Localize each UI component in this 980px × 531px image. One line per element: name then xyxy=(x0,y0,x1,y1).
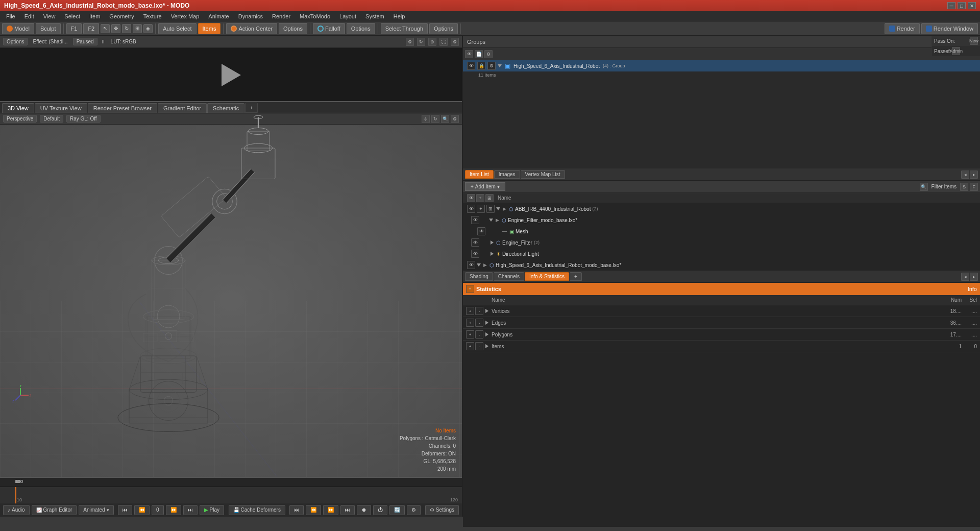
media-ctrl-5[interactable]: ⏺ xyxy=(357,505,371,515)
stats-content[interactable]: + - Vertices 18.... .... + - Edges xyxy=(463,305,980,527)
item-abb-irb[interactable]: 👁 + ⊞ ▶ ⬡ ABB_IRB_4400_Industrial_Robot … xyxy=(463,203,980,214)
preview-options-button[interactable]: Options xyxy=(3,38,28,45)
tool-icon-5[interactable]: ◈ xyxy=(143,24,153,33)
item-list-s-btn[interactable]: S xyxy=(960,183,968,191)
timeline-track[interactable]: -10 120 xyxy=(0,487,462,503)
paused-button[interactable]: Paused xyxy=(73,38,97,45)
item-expand-9[interactable] xyxy=(491,252,494,256)
vp-icon-settings[interactable]: ⚙ xyxy=(451,115,459,123)
window-controls[interactable]: ─ □ ✕ xyxy=(947,2,976,9)
item-expand-2[interactable]: ▶ xyxy=(503,206,506,211)
tab-uv-texture[interactable]: UV Texture View xyxy=(35,103,87,113)
vp-icon-refresh[interactable]: ↻ xyxy=(431,115,439,123)
group-item-robot[interactable]: 👁 🔒 ⚙ ▣ High_Speed_6_Axis_Industrial_Rob… xyxy=(463,60,980,71)
f1-button[interactable]: F1 xyxy=(66,23,82,34)
render-window-button[interactable]: Render Window xyxy=(921,23,978,34)
f2-button[interactable]: F2 xyxy=(83,23,99,34)
tab-shading[interactable]: Shading xyxy=(465,272,493,281)
item-col-ref[interactable]: ⊞ xyxy=(485,194,494,202)
options-button-1[interactable]: Options xyxy=(279,23,307,34)
menu-file[interactable]: File xyxy=(2,12,19,20)
tab-3d-view[interactable]: 3D View xyxy=(2,103,34,113)
stats-sub-2[interactable]: - xyxy=(475,319,483,327)
tool-icon-3[interactable]: ↻ xyxy=(122,24,131,33)
transport-next[interactable]: ⏩ xyxy=(166,505,181,515)
items-button[interactable]: Items xyxy=(198,23,221,34)
item-expand-4[interactable]: ▶ xyxy=(496,218,499,223)
action-center-button[interactable]: Action Center xyxy=(226,23,277,34)
transport-start[interactable]: ⏮ xyxy=(118,505,132,515)
item-dir-light[interactable]: 👁 ☀ Directional Light xyxy=(463,248,980,259)
media-ctrl-8[interactable]: ⚙ xyxy=(407,505,421,515)
close-button[interactable]: ✕ xyxy=(968,2,976,9)
menu-help[interactable]: Help xyxy=(389,12,409,20)
item-hs-robot-base[interactable]: 👁 ▶ ⬡ High_Speed_6_Axis_Industrial_Robot… xyxy=(463,259,980,271)
preview-icon-settings[interactable]: ⚙ xyxy=(406,38,414,46)
item-vis-4[interactable]: 👁 xyxy=(471,238,479,247)
stats-expand-left[interactable]: ◂ xyxy=(961,273,969,281)
tab-schematic[interactable]: Schematic xyxy=(207,103,244,113)
tab-vertex-map[interactable]: Vertex Map List xyxy=(521,170,565,179)
render-button[interactable]: Render xyxy=(885,23,920,34)
menu-system[interactable]: System xyxy=(361,12,388,20)
options-button-2[interactable]: Options xyxy=(347,23,375,34)
play-button-bottom[interactable]: ▶ Play xyxy=(200,505,224,515)
media-ctrl-6[interactable]: ⏻ xyxy=(373,505,387,515)
item-vis-5[interactable]: 👁 xyxy=(471,250,479,258)
item-list-expand-right[interactable]: ▸ xyxy=(970,171,978,179)
tab-render-preset[interactable]: Render Preset Browser xyxy=(88,103,157,113)
menu-dynamics[interactable]: Dynamics xyxy=(234,12,267,20)
item-list-expand-left[interactable]: ◂ xyxy=(961,171,969,179)
menu-geometry[interactable]: Geometry xyxy=(105,12,138,20)
item-engine-filter-base[interactable]: 👁 ▶ ⬡ Engine_Filter_modo_base.lxo* xyxy=(463,214,980,226)
stats-row-edges[interactable]: + - Edges 36.... .... xyxy=(463,317,980,329)
add-item-button[interactable]: + Add Item ▾ xyxy=(465,182,505,191)
group-visibility[interactable]: 👁 xyxy=(467,62,475,70)
item-plus-1[interactable]: + xyxy=(477,205,485,213)
groups-list[interactable]: 👁 🔒 ⚙ ▣ High_Speed_6_Axis_Industrial_Rob… xyxy=(463,60,980,168)
tab-gradient-editor[interactable]: Gradient Editor xyxy=(158,103,207,113)
stats-expand-vertices[interactable] xyxy=(485,309,488,313)
timeline-playhead[interactable] xyxy=(15,487,16,503)
menu-edit[interactable]: Edit xyxy=(20,12,38,20)
item-vis-3[interactable]: 👁 xyxy=(477,227,485,235)
menu-layout[interactable]: Layout xyxy=(335,12,360,20)
item-vis-6[interactable]: 👁 xyxy=(467,261,475,269)
group-expand-icon[interactable] xyxy=(498,64,502,67)
model-button[interactable]: Model xyxy=(2,23,34,34)
stats-expand-items[interactable] xyxy=(485,344,488,348)
select-through-button[interactable]: Select Through xyxy=(381,23,428,34)
menu-select[interactable]: Select xyxy=(60,12,84,20)
stats-expand-polygons[interactable] xyxy=(485,332,488,336)
settings-button[interactable]: ⚙ Settings xyxy=(425,505,459,515)
pass-on-new-button[interactable]: New xyxy=(970,37,978,45)
group-settings[interactable]: ⚙ xyxy=(487,62,496,70)
menu-vertex-map[interactable]: Vertex Map xyxy=(167,12,204,20)
graph-editor-button[interactable]: 📈 Graph Editor xyxy=(32,505,77,515)
tab-stats-add[interactable]: + xyxy=(570,272,582,281)
groups-icon-2[interactable]: 📄 xyxy=(475,50,483,58)
stats-vis-2[interactable]: + xyxy=(466,319,474,327)
stats-sub-1[interactable]: - xyxy=(475,307,483,315)
frame-field[interactable]: 0 xyxy=(152,505,164,515)
filter-items-icon[interactable]: 🔍 xyxy=(920,183,928,191)
menu-maxtomodo[interactable]: MaxToModo xyxy=(296,12,334,20)
item-engine-filter[interactable]: 👁 ⬡ Engine_Filter (2) xyxy=(463,237,980,248)
stats-sub-4[interactable]: - xyxy=(475,342,483,350)
item-expand-7[interactable] xyxy=(491,240,494,245)
media-ctrl-4[interactable]: ⏭ xyxy=(340,505,355,515)
item-col-plus[interactable]: + xyxy=(476,194,484,202)
stats-row-items[interactable]: + - Items 1 0 xyxy=(463,341,980,352)
preview-icon-gear[interactable]: ⚙ xyxy=(451,38,459,46)
vp-icon-zoom[interactable]: 🔍 xyxy=(441,115,449,123)
item-expand-1[interactable] xyxy=(496,207,500,210)
menu-animate[interactable]: Animate xyxy=(204,12,233,20)
play-button[interactable] xyxy=(218,62,244,88)
tool-icon-1[interactable]: ↖ xyxy=(101,24,110,33)
stats-expand-right[interactable]: ▸ xyxy=(970,273,978,281)
media-ctrl-3[interactable]: ⏩ xyxy=(323,505,338,515)
groups-icon-3[interactable]: ⚙ xyxy=(484,50,493,58)
item-list-f-btn[interactable]: F xyxy=(970,183,978,191)
stats-row-polygons[interactable]: + - Polygons 17.... .... xyxy=(463,329,980,341)
tab-add[interactable]: + xyxy=(245,103,257,113)
